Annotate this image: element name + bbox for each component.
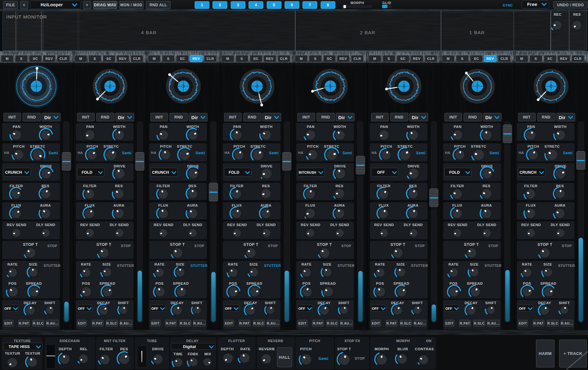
svg-text:4: 4 bbox=[255, 83, 258, 89]
svg-text:1: 1 bbox=[35, 83, 38, 89]
svg-text:6: 6 bbox=[402, 83, 405, 89]
svg-text:7: 7 bbox=[476, 83, 479, 89]
svg-text:5: 5 bbox=[329, 83, 332, 89]
svg-text:2: 2 bbox=[108, 83, 111, 89]
svg-text:8: 8 bbox=[549, 83, 552, 89]
svg-text:3: 3 bbox=[182, 83, 185, 89]
